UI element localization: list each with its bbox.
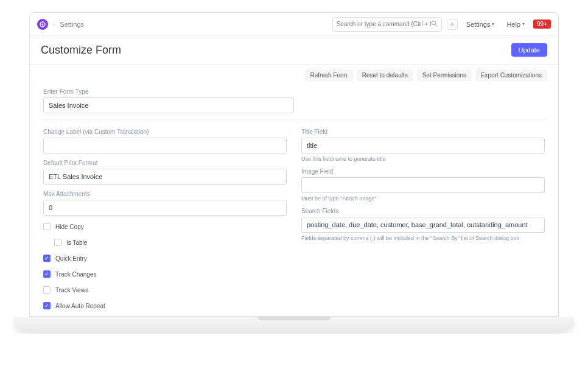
image-field-input[interactable]: [301, 177, 545, 193]
left-column: Change Label (via Custom Translation) De…: [43, 129, 287, 311]
search-fields-label: Search Fields: [301, 208, 545, 214]
default-print-input[interactable]: [43, 169, 287, 185]
search-fields-input[interactable]: [301, 217, 545, 233]
change-label-label: Change Label (via Custom Translation): [43, 129, 287, 135]
title-field-label: Title Field: [301, 129, 545, 135]
caret-down-icon: ▾: [492, 21, 494, 27]
set-permissions-button[interactable]: Set Permissions: [417, 69, 472, 81]
refresh-form-button[interactable]: Refresh Form: [305, 69, 353, 81]
quick-entry-label: Quick Entry: [55, 255, 87, 262]
help-menu[interactable]: Help ▾: [503, 21, 528, 28]
user-avatar[interactable]: A: [447, 19, 458, 30]
allow-auto-repeat-label: Allow Auto Repeat: [55, 303, 105, 309]
search-input[interactable]: [337, 21, 431, 27]
breadcrumb[interactable]: Settings: [60, 21, 84, 28]
default-print-label: Default Print Format: [43, 160, 287, 166]
track-views-checkbox[interactable]: [43, 286, 51, 294]
right-column: Title Field Use this fieldname to genera…: [301, 129, 545, 311]
notification-badge[interactable]: 99+: [533, 19, 551, 29]
title-field-help: Use this fieldname to generate title: [301, 156, 545, 162]
track-changes-checkbox[interactable]: [43, 270, 51, 278]
form-content: Refresh Form Reset to defaults Set Permi…: [30, 64, 558, 314]
max-attachments-label: Max Attachments: [43, 191, 287, 197]
image-field-label: Image Field: [301, 168, 545, 175]
is-table-label: Is Table: [66, 239, 87, 246]
form-type-label: Enter Form Type: [43, 88, 294, 95]
update-button[interactable]: Update: [511, 43, 547, 57]
allow-auto-repeat-checkbox[interactable]: [43, 302, 51, 309]
section-form-type: Enter Form Type: [41, 86, 547, 119]
chevron-right-icon: ›: [53, 21, 55, 27]
page-header: Customize Form Update: [30, 36, 558, 64]
section-main: Change Label (via Custom Translation) De…: [41, 119, 547, 314]
hide-copy-checkbox-row[interactable]: Hide Copy: [43, 222, 287, 231]
is-table-checkbox[interactable]: [54, 239, 61, 246]
hide-copy-label: Hide Copy: [55, 224, 84, 230]
max-attachments-input[interactable]: [43, 200, 287, 216]
image-field-help: Must be of type "Attach Image": [301, 196, 545, 202]
form-type-input[interactable]: [43, 97, 294, 113]
caret-down-icon: ▾: [522, 21, 525, 27]
reset-defaults-button[interactable]: Reset to defaults: [357, 69, 413, 81]
settings-menu[interactable]: Settings ▾: [463, 21, 499, 28]
track-views-checkbox-row[interactable]: Track Views: [43, 285, 287, 295]
hide-copy-checkbox[interactable]: [43, 223, 51, 230]
quick-entry-checkbox[interactable]: [43, 255, 51, 262]
search-fields-help: Fields separated by comma (,) will be in…: [301, 235, 545, 241]
track-changes-label: Track Changes: [55, 271, 96, 278]
quick-entry-checkbox-row[interactable]: Quick Entry: [43, 253, 287, 263]
app-logo[interactable]: [37, 19, 48, 30]
help-menu-label: Help: [506, 21, 520, 28]
svg-point-1: [42, 23, 44, 25]
change-label-input[interactable]: [43, 138, 287, 153]
page-title: Customize Form: [41, 44, 121, 57]
is-table-checkbox-row[interactable]: Is Table: [43, 238, 287, 247]
navbar: › Settings A Settings ▾ Help ▾ 99+: [30, 13, 558, 36]
svg-line-3: [435, 24, 437, 26]
settings-menu-label: Settings: [466, 21, 491, 28]
laptop-base: [14, 317, 574, 334]
allow-auto-repeat-checkbox-row[interactable]: Allow Auto Repeat: [43, 301, 287, 311]
export-customizations-button[interactable]: Export Customizations: [475, 69, 547, 81]
track-views-label: Track Views: [55, 287, 88, 294]
search-icon: [431, 20, 438, 28]
form-actions: Refresh Form Reset to defaults Set Permi…: [30, 65, 558, 86]
svg-point-2: [432, 21, 435, 24]
command-search[interactable]: [332, 17, 442, 32]
track-changes-checkbox-row[interactable]: Track Changes: [43, 269, 287, 279]
title-field-input[interactable]: [301, 138, 545, 153]
